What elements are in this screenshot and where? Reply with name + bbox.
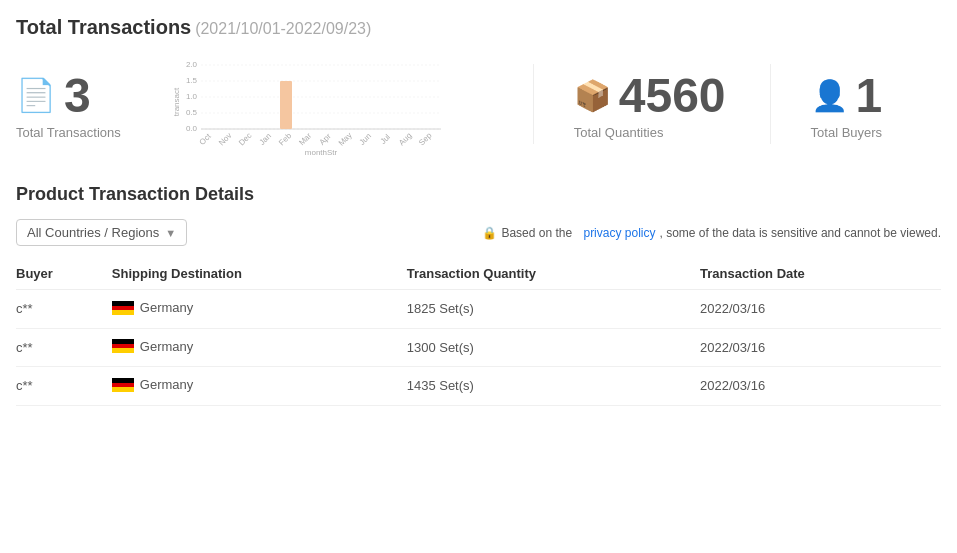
product-section-title: Product Transaction Details xyxy=(16,184,941,205)
filter-row: All Countries / Regions ▼ 🔒 Based on the… xyxy=(16,219,941,246)
col-quantity: Transaction Quantity xyxy=(407,258,700,290)
total-buyers-stat: 👤 1 Total Buyers xyxy=(791,60,907,148)
svg-text:Jun: Jun xyxy=(357,131,372,146)
svg-text:1.0: 1.0 xyxy=(186,92,198,101)
svg-text:Feb: Feb xyxy=(277,131,294,148)
countries-dropdown[interactable]: All Countries / Regions ▼ xyxy=(16,219,187,246)
privacy-prefix: Based on the xyxy=(501,226,572,240)
total-quantities-stat: 📦 4560 Total Quantities xyxy=(554,60,750,148)
date-range: (2021/10/01-2022/09/23) xyxy=(195,20,371,37)
germany-flag-icon xyxy=(112,339,134,353)
cell-destination: Germany xyxy=(112,367,407,406)
svg-text:May: May xyxy=(336,131,353,148)
table-row: c** Germany 1435 Set(s) 2022/03/16 xyxy=(16,367,941,406)
svg-text:Apr: Apr xyxy=(317,131,332,146)
col-buyer: Buyer xyxy=(16,258,112,290)
cell-buyer: c** xyxy=(16,328,112,367)
table-row: c** Germany 1825 Set(s) 2022/03/16 xyxy=(16,290,941,329)
total-transactions-stat: 📄 3 Total Transactions xyxy=(16,60,145,148)
dropdown-label: All Countries / Regions xyxy=(27,225,159,240)
privacy-suffix: , some of the data is sensitive and cann… xyxy=(659,226,941,240)
person-icon: 👤 xyxy=(811,78,848,113)
cell-date: 2022/03/16 xyxy=(700,290,941,329)
cell-buyer: c** xyxy=(16,367,112,406)
document-icon: 📄 xyxy=(16,76,56,114)
svg-text:Aug: Aug xyxy=(397,131,413,147)
cell-date: 2022/03/16 xyxy=(700,328,941,367)
svg-text:1.5: 1.5 xyxy=(186,76,198,85)
page-header: Total Transactions (2021/10/01-2022/09/2… xyxy=(16,16,941,39)
germany-flag-icon xyxy=(112,378,134,392)
svg-text:Sep: Sep xyxy=(417,131,434,148)
stats-row: 📄 3 Total Transactions transact 2.0 1.5 … xyxy=(16,47,941,160)
svg-rect-12 xyxy=(280,81,292,129)
destination-name: Germany xyxy=(140,339,193,354)
svg-text:transact: transact xyxy=(172,87,181,116)
cell-date: 2022/03/16 xyxy=(700,367,941,406)
destination-flag: Germany xyxy=(112,377,193,392)
box-icon: 📦 xyxy=(574,78,611,113)
destination-name: Germany xyxy=(140,377,193,392)
svg-text:Nov: Nov xyxy=(217,131,233,147)
quantities-number: 📦 4560 xyxy=(574,68,726,123)
product-section: Product Transaction Details All Countrie… xyxy=(16,184,941,406)
table-header-row: Buyer Shipping Destination Transaction Q… xyxy=(16,258,941,290)
germany-flag-icon xyxy=(112,301,134,315)
divider2 xyxy=(770,64,771,144)
cell-destination: Germany xyxy=(112,290,407,329)
destination-flag: Germany xyxy=(112,300,193,315)
svg-text:0.0: 0.0 xyxy=(186,124,198,133)
transactions-table: Buyer Shipping Destination Transaction Q… xyxy=(16,258,941,406)
cell-destination: Germany xyxy=(112,328,407,367)
page-title: Total Transactions xyxy=(16,16,191,38)
divider xyxy=(533,64,534,144)
cell-quantity: 1825 Set(s) xyxy=(407,290,700,329)
col-shipping: Shipping Destination xyxy=(112,258,407,290)
cell-buyer: c** xyxy=(16,290,112,329)
chevron-down-icon: ▼ xyxy=(165,227,176,239)
svg-text:monthStr: monthStr xyxy=(305,148,338,157)
buyers-label: Total Buyers xyxy=(811,125,883,140)
svg-text:Dec: Dec xyxy=(237,131,253,147)
cell-quantity: 1300 Set(s) xyxy=(407,328,700,367)
transactions-chart: transact 2.0 1.5 1.0 0.5 0.0 Oct Nov Dec… xyxy=(169,47,489,160)
table-row: c** Germany 1300 Set(s) 2022/03/16 xyxy=(16,328,941,367)
svg-text:0.5: 0.5 xyxy=(186,108,198,117)
svg-text:Jul: Jul xyxy=(378,132,392,146)
destination-name: Germany xyxy=(140,300,193,315)
svg-text:Mar: Mar xyxy=(297,131,313,147)
buyers-number: 👤 1 xyxy=(811,68,883,123)
transactions-label: Total Transactions xyxy=(16,125,121,140)
svg-text:Oct: Oct xyxy=(197,131,213,147)
privacy-note: 🔒 Based on the privacy policy , some of … xyxy=(482,226,941,240)
privacy-policy-link[interactable]: privacy policy xyxy=(583,226,655,240)
svg-text:2.0: 2.0 xyxy=(186,60,198,69)
lock-icon: 🔒 xyxy=(482,226,497,240)
cell-quantity: 1435 Set(s) xyxy=(407,367,700,406)
svg-text:Jan: Jan xyxy=(257,131,272,146)
quantities-label: Total Quantities xyxy=(574,125,664,140)
col-date: Transaction Date xyxy=(700,258,941,290)
destination-flag: Germany xyxy=(112,339,193,354)
transactions-number: 📄 3 xyxy=(16,68,91,123)
